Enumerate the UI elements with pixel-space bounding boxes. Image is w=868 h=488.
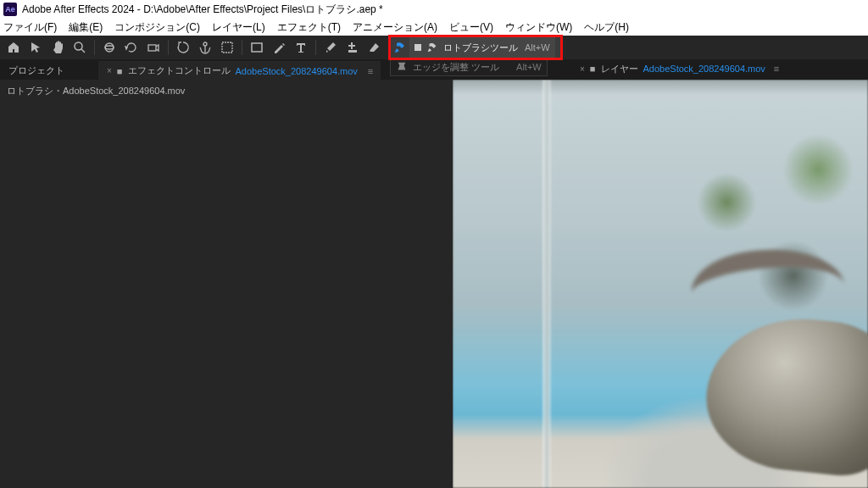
panel-menu-icon[interactable]: ≡ bbox=[368, 66, 372, 76]
rotate-tool-icon[interactable] bbox=[123, 39, 140, 56]
roto-brush-item-label: ロトブラシツール bbox=[443, 42, 520, 54]
breadcrumb: ロトブラシ・AdobeStock_208249604.mov bbox=[7, 85, 446, 97]
title-bar: Ae Adobe After Effects 2024 - D:\Adobe\A… bbox=[0, 0, 868, 19]
refine-edge-item-shortcut: Alt+W bbox=[516, 62, 542, 72]
anchor-tool-icon[interactable] bbox=[197, 39, 214, 56]
type-tool-icon[interactable] bbox=[292, 39, 309, 56]
project-tab-label: プロジェクト bbox=[8, 64, 64, 77]
selection-tool-icon[interactable] bbox=[27, 39, 44, 56]
hand-tool-icon[interactable] bbox=[49, 39, 66, 56]
lock-icon[interactable]: ■ bbox=[590, 64, 596, 74]
menu-animation[interactable]: アニメーション(A) bbox=[353, 20, 437, 35]
effect-controls-tab[interactable]: × ■ エフェクトコントロール AdobeStock_208249604.mov… bbox=[98, 61, 381, 80]
rectangle-tool-icon[interactable] bbox=[248, 39, 265, 56]
layer-viewer-canvas[interactable] bbox=[453, 80, 868, 488]
close-icon[interactable]: × bbox=[580, 64, 585, 74]
refine-edge-item-label: エッジを調整 ツール bbox=[413, 61, 499, 74]
menu-window[interactable]: ウィンドウ(W) bbox=[505, 20, 572, 35]
menu-effect[interactable]: エフェクト(T) bbox=[277, 20, 341, 35]
zoom-tool-icon[interactable] bbox=[71, 39, 88, 56]
svg-rect-3 bbox=[148, 45, 156, 51]
menu-edit[interactable]: 編集(E) bbox=[69, 20, 103, 35]
panel-menu-icon[interactable]: ≡ bbox=[774, 64, 778, 74]
app-logo-icon: Ae bbox=[3, 3, 17, 16]
toolbar-separator bbox=[94, 40, 95, 55]
eraser-tool-icon[interactable] bbox=[366, 39, 383, 56]
svg-rect-7 bbox=[348, 50, 357, 53]
roto-brush-flyout-icon bbox=[391, 41, 409, 54]
toolbar-separator bbox=[242, 40, 242, 55]
roto-brush-item-icon bbox=[426, 42, 438, 53]
orbit-tool-icon[interactable] bbox=[101, 39, 118, 56]
roto-brush-flyout: ロトブラシツール Alt+W bbox=[388, 35, 563, 60]
menu-view[interactable]: ビュー(V) bbox=[449, 20, 493, 35]
menu-file[interactable]: ファイル(F) bbox=[3, 20, 57, 35]
toolbar-separator bbox=[168, 40, 169, 55]
svg-point-2 bbox=[105, 46, 114, 49]
svg-point-1 bbox=[105, 43, 114, 52]
mask-tool-icon[interactable] bbox=[219, 39, 236, 56]
home-tool-icon[interactable] bbox=[5, 39, 22, 56]
layer-panel-tab[interactable]: × ■ レイヤー AdobeStock_208249604.mov ≡ bbox=[580, 59, 778, 78]
refine-edge-item-icon bbox=[396, 60, 408, 74]
rotate-z-tool-icon[interactable] bbox=[175, 39, 192, 56]
project-panel-tab[interactable]: プロジェクト bbox=[0, 61, 98, 80]
menu-composition[interactable]: コンポジション(C) bbox=[114, 20, 200, 35]
brush-tool-icon[interactable] bbox=[322, 39, 339, 56]
camera-tool-icon[interactable] bbox=[145, 39, 162, 56]
pen-tool-icon[interactable] bbox=[270, 39, 287, 56]
tool-bar: ロトブラシツール Alt+W bbox=[0, 36, 868, 59]
layer-viewer-panel[interactable] bbox=[453, 80, 868, 488]
selected-marker-icon bbox=[415, 44, 421, 51]
refine-edge-menu-item[interactable]: エッジを調整 ツール Alt+W bbox=[390, 58, 548, 76]
roto-brush-item-shortcut: Alt+W bbox=[525, 42, 550, 53]
svg-point-0 bbox=[75, 42, 82, 50]
menu-bar: ファイル(F) 編集(E) コンポジション(C) レイヤー(L) エフェクト(T… bbox=[0, 19, 868, 36]
svg-point-4 bbox=[203, 42, 207, 46]
effect-controls-panel: ロトブラシ・AdobeStock_208249604.mov bbox=[0, 80, 453, 488]
lock-icon[interactable]: ■ bbox=[117, 66, 123, 76]
menu-help[interactable]: ヘルプ(H) bbox=[584, 20, 629, 35]
close-icon[interactable]: × bbox=[107, 66, 112, 75]
layer-tab-link[interactable]: AdobeStock_208249604.mov bbox=[643, 64, 765, 74]
roto-brush-menu-item[interactable]: ロトブラシツール Alt+W bbox=[409, 37, 555, 58]
effect-controls-link[interactable]: AdobeStock_208249604.mov bbox=[236, 66, 358, 76]
effect-controls-label: エフェクトコントロール bbox=[128, 64, 231, 77]
workspace: ロトブラシ・AdobeStock_208249604.mov bbox=[0, 80, 868, 488]
layer-tab-label: レイヤー bbox=[601, 63, 638, 75]
svg-rect-6 bbox=[252, 43, 262, 52]
menu-layer[interactable]: レイヤー(L) bbox=[212, 20, 265, 35]
window-title: Adobe After Effects 2024 - D:\Adobe\Afte… bbox=[22, 3, 383, 17]
toolbar-separator bbox=[315, 40, 316, 55]
svg-rect-5 bbox=[222, 42, 232, 53]
clone-tool-icon[interactable] bbox=[344, 39, 361, 56]
